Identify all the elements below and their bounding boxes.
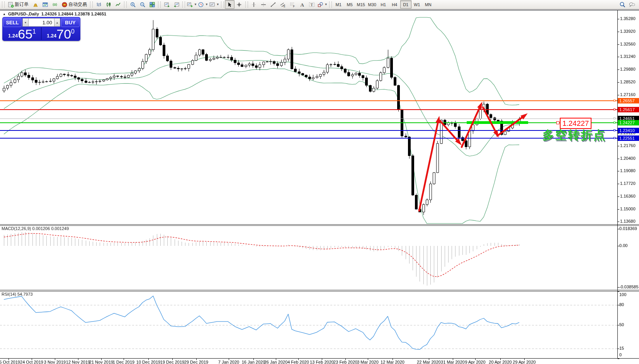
sell-button[interactable]: SELL xyxy=(3,18,22,27)
one-click-trading-panel: SELL ▼ 1.00 ▲ BUY 1.24 65 1 1.24 70 xyxy=(2,17,80,41)
chart-area: ▲ GBPUSD-,Daily 1.24326 1.24844 1.23878 … xyxy=(0,10,639,364)
chart-back-button[interactable] xyxy=(172,0,181,9)
svg-text:F: F xyxy=(293,5,295,8)
search-button[interactable] xyxy=(617,0,627,9)
timeframe-m1-button[interactable]: M1 xyxy=(333,0,344,8)
volume-increase-button[interactable]: ▲ xyxy=(54,18,60,27)
buy-button[interactable]: BUY xyxy=(61,18,80,27)
vertical-line-icon xyxy=(251,2,257,8)
buy-price-big: 70 xyxy=(56,29,71,40)
text-icon: A xyxy=(299,2,305,8)
autotrade-icon xyxy=(61,2,68,8)
chevron-down-icon[interactable]: ▼ xyxy=(205,3,208,6)
horizontal-line-icon xyxy=(260,2,267,8)
bar-chart-button[interactable] xyxy=(94,0,104,9)
market-watch-icon xyxy=(42,2,48,8)
toolbar-grip[interactable] xyxy=(221,2,224,8)
chevron-down-icon[interactable]: ▼ xyxy=(325,3,328,6)
candlestick-chart-button[interactable] xyxy=(104,0,113,9)
level-price-label: 1.26557 xyxy=(618,98,639,103)
template-icon xyxy=(209,2,215,8)
cursor-button[interactable] xyxy=(225,0,235,9)
period-button[interactable]: ▼ xyxy=(197,0,209,9)
rsi-header: RSI(14) 54.7973 xyxy=(2,292,33,296)
period-icon xyxy=(198,2,204,8)
chat-button[interactable] xyxy=(627,0,637,9)
sell-price-prefix: 1.24 xyxy=(8,33,18,39)
toolbar-grip[interactable] xyxy=(182,2,185,8)
symbol-period-label: GBPUSD-,Daily xyxy=(8,12,39,16)
zoom-in-button[interactable] xyxy=(128,0,138,9)
toolbar-grip[interactable] xyxy=(329,2,332,8)
new-chart-button[interactable]: ▼ xyxy=(186,0,197,9)
signal-button[interactable] xyxy=(50,0,59,9)
volume-decrease-button[interactable]: ▼ xyxy=(22,18,29,27)
channel-button[interactable]: E xyxy=(278,0,288,9)
collapse-panel-icon[interactable]: ▲ xyxy=(3,12,6,16)
chart-forward-button[interactable] xyxy=(162,0,172,9)
search-icon xyxy=(619,2,625,8)
zoom-out-icon xyxy=(139,2,146,8)
sell-price-big: 65 xyxy=(18,29,32,40)
label-icon: T xyxy=(309,2,315,8)
line-chart-button[interactable] xyxy=(113,0,123,9)
toolbar-grip[interactable] xyxy=(158,2,161,8)
ohlc-values: 1.24326 1.24844 1.23878 1.24651 xyxy=(41,12,106,16)
toolbar: 新订单自动交易▼▼▼EFAT▼M1M5M15M30H1H4D1W1MN xyxy=(0,0,639,9)
zoom-in-icon xyxy=(130,2,136,8)
candlestick-chart-icon xyxy=(105,2,112,8)
chart-forward-icon xyxy=(164,2,170,8)
fibonacci-button[interactable]: F xyxy=(288,0,297,9)
timeframe-w1-button[interactable]: W1 xyxy=(411,0,423,8)
timeframe-h1-button[interactable]: H1 xyxy=(378,0,389,8)
market-watch-button[interactable] xyxy=(40,0,50,9)
callout-connector-square xyxy=(556,121,559,124)
buy-price-display[interactable]: 1.24 70 0 xyxy=(42,27,80,40)
zoom-out-button[interactable] xyxy=(138,0,147,9)
crosshair-button[interactable] xyxy=(235,0,244,9)
trendline-button[interactable] xyxy=(269,0,278,9)
tile-windows-icon xyxy=(149,2,155,8)
svg-text:T: T xyxy=(311,2,313,7)
chat-icon xyxy=(629,2,635,8)
chevron-down-icon[interactable]: ▼ xyxy=(216,3,219,6)
toolbar-grip[interactable] xyxy=(90,2,93,8)
arrow-overlay-canvas xyxy=(0,10,639,364)
level-price-label: 1.25617 xyxy=(618,107,639,112)
vertical-line-button[interactable] xyxy=(249,0,259,9)
timeframe-m30-button[interactable]: M30 xyxy=(367,0,378,8)
tile-windows-button[interactable] xyxy=(147,0,157,9)
horizontal-line-button[interactable] xyxy=(259,0,269,9)
toolbar-grip[interactable] xyxy=(245,2,248,8)
label-button[interactable]: T xyxy=(307,0,317,9)
timeframe-d1-button[interactable]: D1 xyxy=(400,0,411,8)
toolbar-grip[interactable] xyxy=(2,2,5,8)
mt4-window: 新订单自动交易▼▼▼EFAT▼M1M5M15M30H1H4D1W1MN ▲ GB… xyxy=(0,0,639,364)
symbol-header: ▲ GBPUSD-,Daily 1.24326 1.24844 1.23878 … xyxy=(3,12,106,16)
timeframe-h4-button[interactable]: H4 xyxy=(389,0,400,8)
shapes-icon xyxy=(317,2,323,8)
sell-price-display[interactable]: 1.24 65 1 xyxy=(3,27,41,40)
volume-input[interactable]: 1.00 xyxy=(29,18,54,27)
chart-back-icon xyxy=(173,2,180,8)
toolbar-grip[interactable] xyxy=(124,2,127,8)
autotrade-button[interactable]: 自动交易 xyxy=(59,0,89,9)
timeframe-m15-button[interactable]: M15 xyxy=(355,0,367,8)
new-order-icon xyxy=(8,2,14,8)
timeframe-mn-button[interactable]: MN xyxy=(423,0,434,8)
bar-chart-icon xyxy=(96,2,102,8)
gold-ingot-button[interactable] xyxy=(31,0,40,9)
sell-price-sup: 1 xyxy=(32,28,36,35)
signal-icon xyxy=(52,2,58,8)
turning-point-annotation[interactable]: 多空转折点 xyxy=(542,127,606,143)
line-chart-icon xyxy=(115,2,121,8)
shapes-button[interactable]: ▼ xyxy=(317,0,328,9)
new-order-button[interactable]: 新订单 xyxy=(6,0,31,9)
toolbar-button-label: 自动交易 xyxy=(68,1,87,8)
template-button[interactable]: ▼ xyxy=(209,0,220,9)
buy-price-sup: 0 xyxy=(71,28,75,35)
timeframe-m5-button[interactable]: M5 xyxy=(344,0,355,8)
chevron-down-icon[interactable]: ▼ xyxy=(194,3,197,6)
text-button[interactable]: A xyxy=(297,0,307,9)
toolbar-button-label: 新订单 xyxy=(15,1,29,8)
